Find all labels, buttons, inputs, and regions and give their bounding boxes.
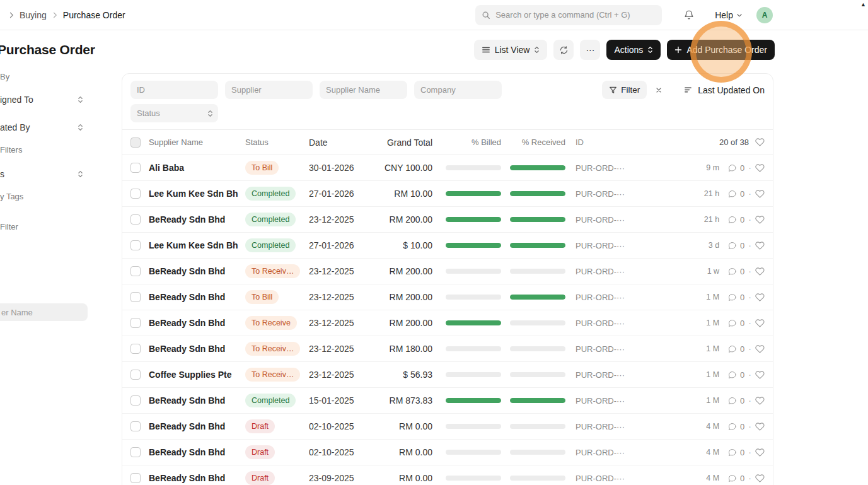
row-checkbox[interactable]	[130, 266, 141, 276]
sidebar-link-save-filter[interactable]: Filter	[0, 222, 18, 231]
column-grand-total[interactable]: Grand Total	[379, 137, 432, 148]
comment-count[interactable]: 0	[727, 344, 744, 354]
heart-icon[interactable]	[755, 422, 765, 431]
row-checkbox[interactable]	[130, 189, 141, 199]
heart-icon[interactable]	[755, 137, 765, 147]
table-row[interactable]: BeReady Sdn Bhd Completed 23-12-2025 RM …	[122, 207, 773, 233]
supplier-name[interactable]: BeReady Sdn Bhd	[149, 344, 245, 354]
table-row[interactable]: BeReady Sdn Bhd To Receiv… 23-12-2025 RM…	[122, 336, 773, 362]
actions-button[interactable]: Actions	[606, 40, 661, 60]
scrollbar-up-arrow[interactable]: ▲	[860, 1, 866, 8]
table-row[interactable]: BeReady Sdn Bhd Draft 23-09-2025 RM 0.00…	[122, 465, 773, 485]
row-checkbox[interactable]	[130, 214, 141, 225]
heart-icon[interactable]	[755, 293, 765, 302]
sidebar-select-tags[interactable]: s	[0, 169, 88, 179]
heart-icon[interactable]	[755, 163, 765, 173]
heart-icon[interactable]	[755, 189, 765, 199]
comment-count[interactable]: 0	[727, 241, 744, 250]
heart-icon[interactable]	[755, 318, 765, 328]
table-row[interactable]: Lee Kum Kee Sdn Bh Completed 27-01-2026 …	[122, 233, 773, 259]
comment-count[interactable]: 0	[727, 474, 744, 483]
comment-count[interactable]: 0	[727, 448, 744, 457]
status-filter-select[interactable]: Status	[130, 104, 218, 122]
filter-supplier-input[interactable]	[225, 81, 313, 99]
global-search[interactable]	[475, 5, 662, 25]
add-purchase-order-button[interactable]: Add Purchase Order	[667, 40, 775, 60]
comment-count[interactable]: 0	[727, 318, 744, 328]
sidebar-select-created-by[interactable]: ated By	[0, 122, 88, 132]
comment-count[interactable]: 0	[727, 215, 744, 225]
filter-name-input[interactable]: er Name	[0, 303, 88, 321]
notifications-bell-icon[interactable]	[681, 7, 697, 23]
heart-icon[interactable]	[755, 448, 765, 457]
table-row[interactable]: Lee Kum Kee Sdn Bh Completed 27-01-2026 …	[122, 181, 773, 207]
column-percent-billed[interactable]: % Billed	[432, 137, 501, 147]
filter-supplier-name-input[interactable]	[320, 81, 407, 99]
row-checkbox[interactable]	[130, 395, 141, 406]
supplier-name[interactable]: BeReady Sdn Bhd	[149, 318, 245, 328]
supplier-name[interactable]: BeReady Sdn Bhd	[149, 292, 245, 302]
comment-count[interactable]: 0	[727, 396, 744, 406]
supplier-name[interactable]: Lee Kum Kee Sdn Bh	[149, 240, 245, 250]
select-all-checkbox[interactable]	[130, 137, 141, 148]
table-row[interactable]: BeReady Sdn Bhd To Bill 23-12-2025 RM 20…	[122, 284, 773, 310]
heart-icon[interactable]	[755, 241, 765, 250]
column-supplier-name[interactable]: Supplier Name	[149, 137, 245, 147]
supplier-name[interactable]: BeReady Sdn Bhd	[149, 395, 245, 406]
table-row[interactable]: BeReady Sdn Bhd Draft 02-10-2025 RM 0.00…	[122, 414, 773, 440]
comment-count[interactable]: 0	[727, 370, 744, 380]
row-checkbox[interactable]	[130, 473, 141, 483]
table-row[interactable]: BeReady Sdn Bhd To Receive 23-12-2025 RM…	[122, 310, 773, 336]
table-row[interactable]: BeReady Sdn Bhd Draft 02-10-2025 RM 0.00…	[122, 440, 773, 465]
row-checkbox[interactable]	[130, 370, 141, 380]
row-checkbox[interactable]	[130, 318, 141, 328]
supplier-name[interactable]: BeReady Sdn Bhd	[149, 214, 245, 225]
column-status[interactable]: Status	[245, 137, 309, 147]
heart-icon[interactable]	[755, 396, 765, 406]
sidebar-link-show-tags[interactable]: y Tags	[0, 192, 23, 201]
sort-control[interactable]: Last Updated On	[683, 85, 765, 95]
column-date[interactable]: Date	[309, 137, 379, 148]
comment-count[interactable]: 0	[727, 163, 744, 173]
sidebar-select-assigned-to[interactable]: igned To	[0, 95, 88, 105]
table-row[interactable]: BeReady Sdn Bhd Completed 15-01-2025 RM …	[122, 388, 773, 414]
chevron-right-icon[interactable]	[8, 11, 15, 19]
row-checkbox[interactable]	[130, 163, 141, 173]
column-id[interactable]: ID	[576, 137, 645, 147]
filter-button[interactable]: Filter	[602, 81, 647, 99]
help-menu[interactable]: Help	[715, 10, 743, 20]
comment-count[interactable]: 0	[727, 267, 744, 276]
row-checkbox[interactable]	[130, 421, 141, 431]
heart-icon[interactable]	[755, 344, 765, 354]
avatar[interactable]: A	[756, 7, 773, 23]
more-options-button[interactable]: ···	[580, 40, 600, 60]
breadcrumb-purchase-order[interactable]: Purchase Order	[63, 10, 125, 20]
comment-count[interactable]: 0	[727, 422, 744, 431]
comment-count[interactable]: 0	[727, 293, 744, 302]
table-row[interactable]: Coffee Supplies Pte To Receiv… 23-12-202…	[122, 362, 773, 388]
clear-filter-icon[interactable]	[651, 82, 667, 98]
sort-label[interactable]: Last Updated On	[698, 85, 765, 95]
supplier-name[interactable]: Coffee Supplies Pte	[149, 370, 245, 380]
heart-icon[interactable]	[755, 370, 765, 380]
filter-company-input[interactable]	[414, 81, 502, 99]
refresh-button[interactable]	[553, 40, 574, 60]
supplier-name[interactable]: BeReady Sdn Bhd	[149, 473, 245, 483]
supplier-name[interactable]: Ali Baba	[149, 163, 245, 173]
heart-icon[interactable]	[755, 474, 765, 483]
row-checkbox[interactable]	[130, 447, 141, 457]
supplier-name[interactable]: Lee Kum Kee Sdn Bh	[149, 189, 245, 199]
heart-icon[interactable]	[755, 215, 765, 225]
search-input[interactable]	[495, 10, 656, 20]
sidebar-link-edit-filters[interactable]: Filters	[0, 145, 22, 155]
supplier-name[interactable]: BeReady Sdn Bhd	[149, 447, 245, 457]
heart-icon[interactable]	[755, 267, 765, 276]
row-checkbox[interactable]	[130, 240, 141, 250]
table-row[interactable]: Ali Baba To Bill 30-01-2026 CNY 100.00 P…	[122, 155, 773, 181]
comment-count[interactable]: 0	[727, 189, 744, 199]
row-checkbox[interactable]	[130, 292, 141, 302]
list-view-button[interactable]: List View	[474, 40, 548, 60]
filter-id-input[interactable]	[130, 81, 218, 99]
column-percent-received[interactable]: % Received	[501, 137, 565, 147]
table-row[interactable]: BeReady Sdn Bhd To Receiv… 23-12-2025 RM…	[122, 259, 773, 284]
